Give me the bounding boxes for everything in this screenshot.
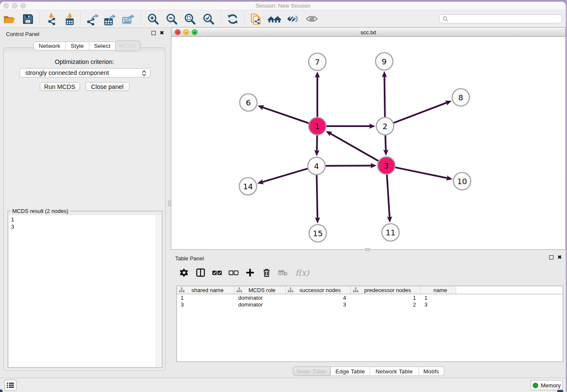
- window-title: Session: New Session: [0, 3, 566, 9]
- column-header-name[interactable]: name: [421, 286, 456, 294]
- refresh-icon[interactable]: [225, 12, 240, 26]
- network-title: scc.txt: [171, 29, 565, 36]
- export-image-icon[interactable]: [121, 12, 136, 26]
- network-canvas[interactable]: 1234678910111415: [171, 37, 566, 250]
- home-view-icon[interactable]: [267, 12, 282, 26]
- edge-3-10[interactable]: [395, 167, 452, 180]
- edge-2-8[interactable]: [394, 101, 451, 123]
- graph-node-2[interactable]: 2: [377, 118, 394, 135]
- result-scrollbar[interactable]: [156, 215, 161, 367]
- column-header-MCDS-role[interactable]: MCDS role: [234, 286, 286, 294]
- column-header-successor-nodes[interactable]: successor nodes: [286, 286, 351, 294]
- table-cell[interactable]: dominator: [234, 295, 286, 301]
- export-network-icon[interactable]: [85, 12, 100, 26]
- graph-node-9[interactable]: 9: [376, 53, 393, 70]
- search-box[interactable]: [439, 14, 562, 23]
- toolbar-separator: [80, 12, 81, 25]
- deselect-all-icon[interactable]: [228, 268, 239, 278]
- export-table-icon[interactable]: [102, 12, 118, 26]
- import-network-icon[interactable]: [44, 12, 59, 26]
- table-cell[interactable]: 4: [286, 295, 351, 301]
- edge-3-1[interactable]: [326, 131, 378, 161]
- fx-icon: f(x): [295, 268, 309, 278]
- hide-network-icon[interactable]: [285, 12, 300, 26]
- column-header-predecessor-nodes[interactable]: predecessor nodes: [351, 286, 421, 294]
- content-area: Control Panel ✖ NetworkStyleSelectMCDS O…: [0, 26, 566, 378]
- tab-mcds[interactable]: MCDS: [115, 41, 140, 51]
- horizontal-splitter-grip[interactable]: [365, 248, 370, 251]
- table-panel: Table Panel ✖ f(x) shared nameMCDS roles…: [171, 252, 566, 378]
- zoom-in-icon[interactable]: [146, 12, 161, 26]
- graph-node-11[interactable]: 11: [382, 224, 399, 241]
- open-session-icon[interactable]: [2, 12, 17, 26]
- graph-node-15[interactable]: 15: [309, 225, 327, 242]
- table-cell[interactable]: 1: [421, 295, 456, 301]
- show-eye-icon[interactable]: [304, 12, 319, 26]
- column-header-shared-name[interactable]: shared name: [177, 286, 234, 294]
- table-cell[interactable]: 1: [177, 295, 234, 301]
- mcds-result-text[interactable]: 1 3: [9, 215, 161, 367]
- tab-node-table[interactable]: Node Table: [293, 367, 330, 376]
- close-panel-button[interactable]: Close panel: [85, 82, 129, 91]
- control-panel-tabs: NetworkStyleSelectMCDS: [33, 41, 140, 50]
- optimization-criterion-label: Optimization criterion:: [4, 58, 165, 65]
- float-table-panel-icon[interactable]: [549, 255, 553, 259]
- criterion-select[interactable]: strongly connected component: [19, 68, 151, 77]
- save-session-icon[interactable]: [20, 12, 36, 26]
- task-history-button[interactable]: [4, 380, 17, 391]
- import-table-icon[interactable]: [62, 12, 77, 26]
- zoom-fit-icon[interactable]: [182, 12, 198, 26]
- memory-button[interactable]: Memory: [531, 380, 563, 390]
- add-icon[interactable]: [245, 268, 255, 278]
- tab-network[interactable]: Network: [33, 41, 65, 50]
- edge-2-9[interactable]: [382, 71, 387, 117]
- graph-node-8[interactable]: 8: [452, 89, 470, 106]
- graph-node-4[interactable]: 4: [308, 157, 325, 175]
- delete-icon[interactable]: [261, 268, 272, 278]
- tab-motifs[interactable]: Motifs: [418, 367, 444, 376]
- edge-4-3[interactable]: [325, 163, 377, 168]
- table-row[interactable]: 3dominator323: [177, 301, 563, 308]
- toolbar-separator: [140, 12, 141, 25]
- edge-1-6[interactable]: [258, 105, 309, 123]
- close-panel-icon[interactable]: ✖: [160, 31, 164, 35]
- graph-node-14[interactable]: 14: [239, 178, 257, 195]
- graph-node-3[interactable]: 3: [378, 157, 395, 174]
- table-cell[interactable]: 3: [286, 301, 351, 308]
- zoom-selected-icon[interactable]: [201, 12, 216, 26]
- edge-1-4[interactable]: [314, 135, 319, 156]
- edge-1-2[interactable]: [327, 124, 376, 129]
- columns-icon[interactable]: [195, 268, 206, 278]
- copy-network-icon[interactable]: [248, 12, 264, 26]
- zoom-out-icon[interactable]: [164, 12, 179, 26]
- edge-3-11[interactable]: [387, 174, 392, 223]
- table-cell[interactable]: 3: [177, 301, 234, 308]
- tab-style[interactable]: Style: [65, 41, 89, 50]
- node-table: shared nameMCDS rolesuccessor nodesprede…: [176, 286, 563, 362]
- table-row[interactable]: 1dominator411: [177, 294, 563, 301]
- settings-icon[interactable]: [179, 268, 189, 278]
- close-table-panel-icon[interactable]: ✖: [557, 255, 562, 259]
- table-rows: 1dominator4113dominator323: [177, 294, 563, 308]
- node-label: 4: [314, 162, 319, 171]
- run-mcds-button[interactable]: Run MCDS: [40, 82, 80, 91]
- table-cell[interactable]: dominator: [234, 301, 286, 308]
- search-input[interactable]: [448, 15, 562, 23]
- edge-2-3[interactable]: [383, 135, 388, 156]
- float-panel-icon[interactable]: [151, 31, 156, 35]
- table-cell[interactable]: 2: [351, 301, 421, 308]
- graph-node-1[interactable]: 1: [309, 118, 326, 135]
- tab-edge-table[interactable]: Edge Table: [330, 367, 370, 376]
- graph-node-6[interactable]: 6: [240, 94, 257, 111]
- table-cell[interactable]: 1: [351, 295, 421, 301]
- graph-node-7[interactable]: 7: [309, 53, 326, 71]
- toolbar-separator: [39, 12, 40, 25]
- edge-4-14[interactable]: [257, 168, 308, 184]
- select-all-icon[interactable]: [212, 268, 222, 278]
- table-cell[interactable]: 3: [421, 301, 456, 308]
- graph-node-10[interactable]: 10: [454, 173, 471, 190]
- edge-1-7[interactable]: [315, 72, 320, 117]
- tab-network-table[interactable]: Network Table: [370, 367, 418, 376]
- tab-select[interactable]: Select: [89, 41, 115, 50]
- edge-4-15[interactable]: [315, 175, 320, 224]
